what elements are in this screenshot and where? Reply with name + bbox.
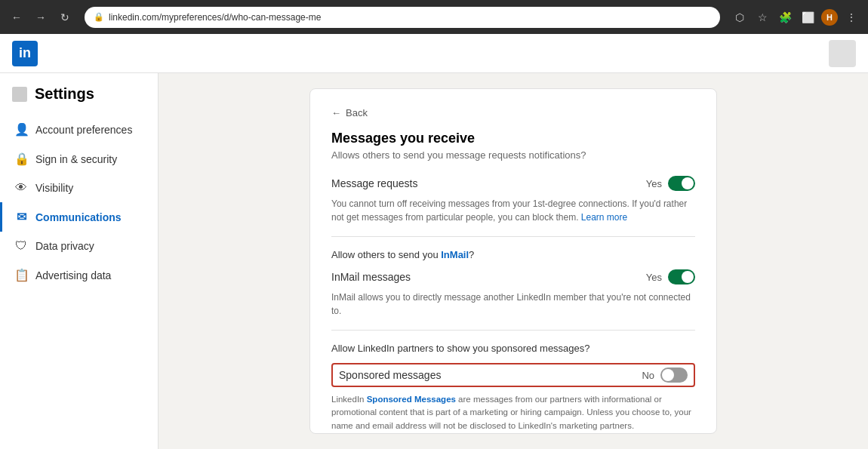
user-avatar[interactable]: H xyxy=(821,9,838,26)
url-text: linkedin.com/mypreferences/d/who-can-mes… xyxy=(109,12,321,23)
sidebar-item-sign-in-security[interactable]: 🔒 Sign in & security xyxy=(0,144,158,174)
reload-button[interactable]: ↻ xyxy=(56,8,74,26)
inmail-toggle-knob xyxy=(682,271,694,283)
sponsored-toggle[interactable] xyxy=(660,368,688,383)
top-nav: in xyxy=(0,34,868,73)
sponsored-label: Sponsored messages xyxy=(339,369,441,381)
sponsored-status: No xyxy=(642,370,654,381)
settings-title: Settings xyxy=(0,85,158,115)
content-area: Settings 👤 Account preferences 🔒 Sign in… xyxy=(0,73,868,449)
back-button[interactable]: ← xyxy=(8,8,26,26)
address-bar[interactable]: 🔒 linkedin.com/mypreferences/d/who-can-m… xyxy=(85,7,720,28)
inmail-note: InMail allows you to directly message an… xyxy=(331,291,695,318)
forward-button[interactable]: → xyxy=(32,8,50,26)
mail-icon: ✉ xyxy=(14,210,28,224)
profile-icon[interactable]: ⬜ xyxy=(799,8,817,26)
message-requests-status: Yes xyxy=(646,178,662,189)
back-link[interactable]: ← Back xyxy=(331,107,695,118)
app-wrapper: in Settings 👤 Account preferences 🔒 Sign… xyxy=(0,34,868,449)
back-label: Back xyxy=(346,107,368,118)
panel-subtitle: Allows others to send you message reques… xyxy=(331,149,695,161)
sidebar-item-communications[interactable]: ✉ Communications xyxy=(0,202,158,232)
panel-title: Messages you receive xyxy=(331,131,695,146)
linkedin-logo: in xyxy=(12,41,38,66)
sidebar-item-advertising-data[interactable]: 📋 Advertising data xyxy=(0,260,158,290)
back-arrow-icon: ← xyxy=(331,107,341,118)
browser-chrome: ← → ↻ 🔒 linkedin.com/mypreferences/d/who… xyxy=(0,0,868,34)
star-icon[interactable]: ☆ xyxy=(753,8,771,26)
message-requests-toggle[interactable] xyxy=(668,176,695,191)
toggle-knob xyxy=(682,177,694,189)
lock-icon: 🔒 xyxy=(94,12,104,22)
extensions-icon[interactable]: 🧩 xyxy=(776,8,794,26)
inmail-label: InMail messages xyxy=(331,271,411,283)
sponsored-toggle-knob xyxy=(662,369,674,381)
browser-actions: ⬡ ☆ 🧩 ⬜ H ⋮ xyxy=(731,8,860,26)
shield-icon: 🛡 xyxy=(14,239,28,253)
sponsored-section-header: Allow LinkedIn partners to show you spon… xyxy=(331,343,695,354)
sidebar-item-data-privacy[interactable]: 🛡 Data privacy xyxy=(0,232,158,260)
sponsored-highlighted-row: Sponsored messages No xyxy=(331,363,695,387)
sidebar-item-visibility[interactable]: 👁 Visibility xyxy=(0,174,158,202)
main-content: ← Back Messages you receive Allows other… xyxy=(159,73,868,449)
inmail-link[interactable]: InMail xyxy=(441,249,469,260)
sponsored-messages-link[interactable]: Sponsored Messages xyxy=(367,395,456,404)
eye-icon: 👁 xyxy=(14,181,28,195)
inmail-section-header: Allow others to send you InMail? xyxy=(331,249,695,260)
sponsored-highlight-wrapper: Sponsored messages No xyxy=(331,363,695,387)
nav-right-placeholder xyxy=(829,40,856,67)
cast-icon[interactable]: ⬡ xyxy=(731,8,749,26)
settings-panel: ← Back Messages you receive Allows other… xyxy=(309,88,717,434)
sidebar: Settings 👤 Account preferences 🔒 Sign in… xyxy=(0,73,159,449)
lock-sidebar-icon: 🔒 xyxy=(14,152,28,166)
sidebar-item-account-preferences[interactable]: 👤 Account preferences xyxy=(0,115,158,144)
message-requests-toggle-group: Yes xyxy=(646,176,695,191)
learn-more-link[interactable]: Learn more xyxy=(581,212,627,223)
menu-dots-icon[interactable]: ⋮ xyxy=(842,8,860,26)
divider-2 xyxy=(331,330,695,331)
message-requests-label: Message requests xyxy=(331,177,417,189)
message-requests-note: You cannot turn off receiving messages f… xyxy=(331,197,695,224)
message-requests-row: Message requests Yes xyxy=(331,176,695,191)
inmail-toggle[interactable] xyxy=(668,269,695,284)
ad-icon: 📋 xyxy=(14,268,28,282)
sponsored-note: LinkedIn Sponsored Messages are messages… xyxy=(331,393,695,432)
sponsored-toggle-group: No xyxy=(642,368,688,383)
settings-icon xyxy=(12,87,27,102)
inmail-toggle-group: Yes xyxy=(646,269,695,284)
divider-1 xyxy=(331,236,695,237)
inmail-status: Yes xyxy=(646,272,662,283)
inmail-row: InMail messages Yes xyxy=(331,269,695,284)
account-icon: 👤 xyxy=(14,122,28,137)
